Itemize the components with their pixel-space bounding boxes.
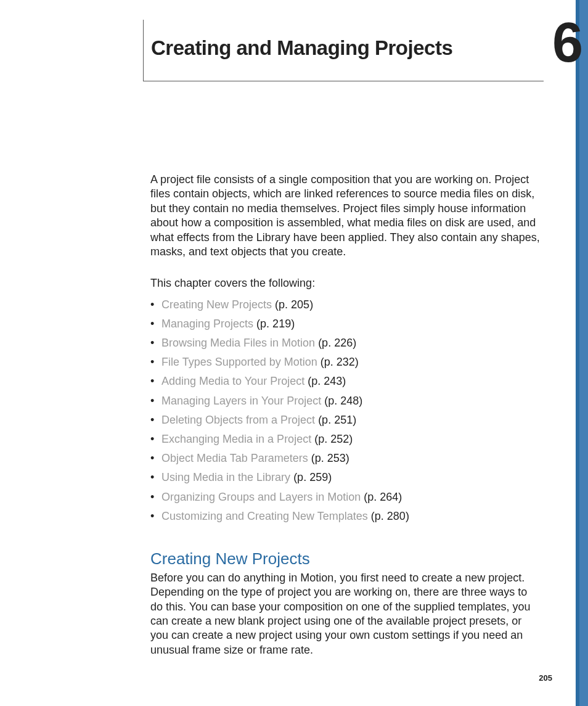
page-body: A project file consists of a single comp… [150, 173, 540, 657]
toc-item: Using Media in the Library (p. 259) [150, 470, 540, 485]
toc-page: (p. 226) [318, 337, 356, 349]
page-number: 205 [539, 673, 552, 683]
toc-link-managing-projects[interactable]: Managing Projects [161, 318, 253, 330]
toc-item: Customizing and Creating New Templates (… [150, 509, 540, 524]
toc-item: Creating New Projects (p. 205) [150, 297, 540, 313]
toc-link-deleting-objects[interactable]: Deleting Objects from a Project [161, 414, 315, 426]
toc-link-exchanging-media[interactable]: Exchanging Media in a Project [161, 433, 311, 445]
toc-item: Exchanging Media in a Project (p. 252) [150, 432, 540, 447]
page: 6 Creating and Managing Projects A proje… [0, 0, 588, 706]
toc-page: (p. 205) [275, 298, 313, 311]
intro-paragraph: A project file consists of a single comp… [150, 173, 540, 259]
toc-page: (p. 219) [256, 318, 295, 330]
toc-link-using-media-library[interactable]: Using Media in the Library [161, 471, 290, 483]
toc-link-object-media-tab[interactable]: Object Media Tab Parameters [161, 452, 308, 464]
toc-item: Adding Media to Your Project (p. 243) [150, 374, 540, 389]
toc-list: Creating New Projects (p. 205) Managing … [150, 297, 540, 524]
toc-link-organizing-groups[interactable]: Organizing Groups and Layers in Motion [161, 491, 361, 503]
toc-item: Managing Projects (p. 219) [150, 316, 540, 332]
side-color-strip-inner [579, 0, 588, 706]
toc-item: Deleting Objects from a Project (p. 251) [150, 413, 540, 428]
toc-link-creating-new-projects[interactable]: Creating New Projects [161, 298, 272, 311]
toc-link-browsing-media-files[interactable]: Browsing Media Files in Motion [161, 337, 315, 349]
toc-page: (p. 252) [314, 433, 353, 445]
toc-page: (p. 248) [324, 395, 362, 407]
toc-page: (p. 253) [311, 452, 349, 464]
chapter-title: Creating and Managing Projects [151, 20, 544, 59]
covers-line: This chapter covers the following: [150, 276, 540, 290]
toc-link-adding-media[interactable]: Adding Media to Your Project [161, 375, 304, 387]
toc-item: File Types Supported by Motion (p. 232) [150, 355, 540, 370]
toc-page: (p. 264) [364, 491, 402, 503]
toc-item: Organizing Groups and Layers in Motion (… [150, 490, 540, 505]
toc-item: Managing Layers in Your Project (p. 248) [150, 393, 540, 409]
chapter-number: 6 [552, 15, 582, 70]
toc-page: (p. 280) [371, 510, 409, 522]
toc-link-managing-layers[interactable]: Managing Layers in Your Project [161, 395, 321, 407]
toc-link-file-types-supported[interactable]: File Types Supported by Motion [161, 356, 317, 368]
chapter-header: Creating and Managing Projects [143, 20, 544, 81]
toc-page: (p. 232) [321, 356, 359, 368]
toc-link-customizing-templates[interactable]: Customizing and Creating New Templates [161, 510, 368, 522]
toc-page: (p. 251) [318, 414, 356, 426]
toc-item: Browsing Media Files in Motion (p. 226) [150, 335, 540, 351]
toc-item: Object Media Tab Parameters (p. 253) [150, 451, 540, 466]
toc-page: (p. 259) [293, 471, 332, 483]
section-body: Before you can do anything in Motion, yo… [150, 571, 540, 657]
toc-page: (p. 243) [308, 375, 346, 387]
section-heading: Creating New Projects [150, 549, 540, 570]
